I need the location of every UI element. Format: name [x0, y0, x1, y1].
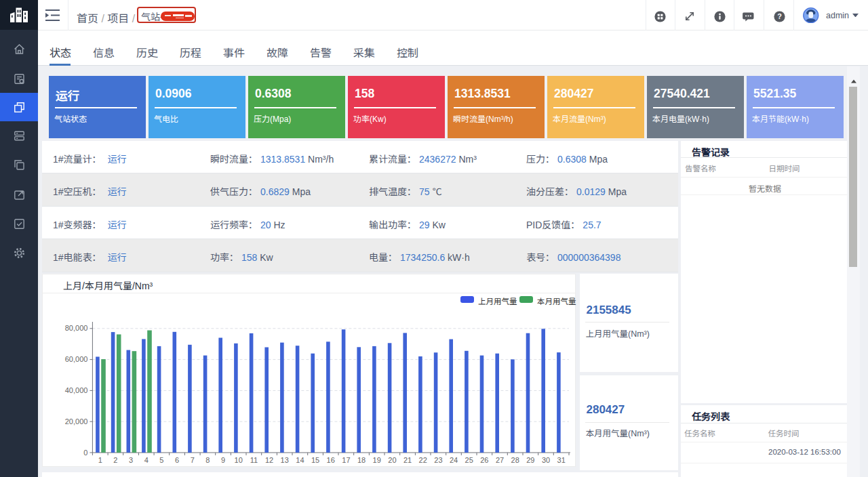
- svg-text:80,000: 80,000: [65, 324, 88, 332]
- svg-text:1: 1: [98, 455, 102, 463]
- svg-text:26: 26: [480, 455, 488, 463]
- svg-text:31: 31: [557, 455, 566, 463]
- svg-text:3: 3: [129, 455, 133, 463]
- svg-text:14: 14: [296, 455, 304, 463]
- svg-text:2: 2: [113, 455, 117, 463]
- svg-text:15: 15: [311, 455, 319, 463]
- svg-text:8: 8: [205, 455, 210, 463]
- svg-text:?: ?: [777, 12, 782, 20]
- svg-text:13: 13: [281, 455, 289, 463]
- svg-text:20: 20: [388, 455, 396, 463]
- svg-text:28: 28: [511, 455, 519, 463]
- svg-text:9: 9: [221, 455, 225, 463]
- svg-text:23: 23: [434, 455, 442, 463]
- svg-text:19: 19: [373, 455, 381, 463]
- svg-text:29: 29: [526, 455, 534, 463]
- svg-text:27: 27: [496, 455, 504, 463]
- svg-text:4: 4: [144, 455, 149, 463]
- svg-text:40,000: 40,000: [65, 386, 88, 394]
- svg-text:22: 22: [419, 455, 427, 463]
- svg-text:10: 10: [235, 455, 243, 463]
- svg-text:5: 5: [159, 455, 163, 463]
- svg-text:21: 21: [403, 455, 412, 463]
- svg-text:11: 11: [250, 455, 258, 463]
- svg-text:17: 17: [342, 455, 350, 463]
- svg-text:25: 25: [465, 455, 473, 463]
- svg-text:60,000: 60,000: [65, 355, 88, 363]
- svg-text:30: 30: [542, 455, 550, 463]
- svg-text:12: 12: [265, 455, 273, 463]
- svg-text:20,000: 20,000: [65, 417, 88, 425]
- svg-text:18: 18: [357, 455, 366, 463]
- svg-text:16: 16: [327, 455, 335, 463]
- svg-text:6: 6: [175, 455, 179, 463]
- svg-text:0: 0: [83, 448, 87, 456]
- svg-text:7: 7: [191, 455, 195, 463]
- svg-text:24: 24: [450, 455, 458, 463]
